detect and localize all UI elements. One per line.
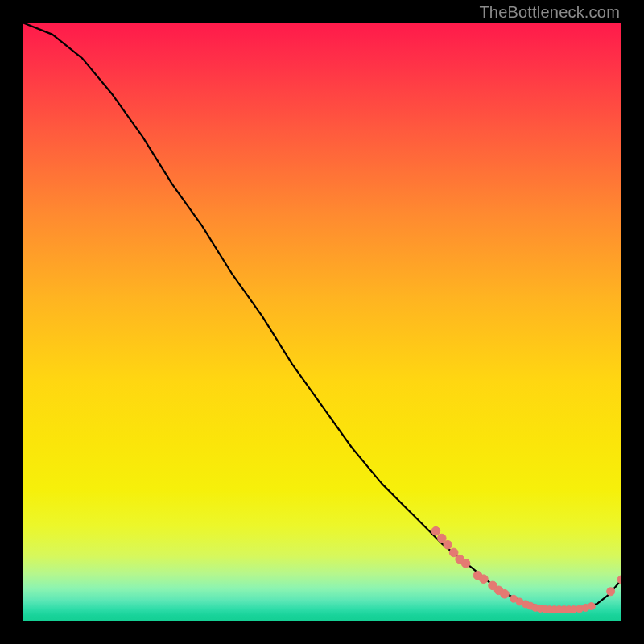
marker-dot <box>449 548 458 557</box>
marker-dots <box>431 526 621 613</box>
marker-dot <box>461 559 470 568</box>
marker-dot <box>438 534 447 543</box>
marker-dot <box>431 526 440 535</box>
marker-dot <box>501 589 510 598</box>
plot-area <box>23 23 621 621</box>
chart-svg <box>23 23 621 621</box>
marker-dot <box>588 603 595 610</box>
marker-dot <box>607 588 615 596</box>
marker-dot <box>444 540 452 549</box>
watermark-text: TheBottleneck.com <box>479 3 620 22</box>
marker-dot <box>480 575 489 584</box>
curve-line <box>23 23 621 609</box>
chart-stage: TheBottleneck.com <box>0 0 644 644</box>
